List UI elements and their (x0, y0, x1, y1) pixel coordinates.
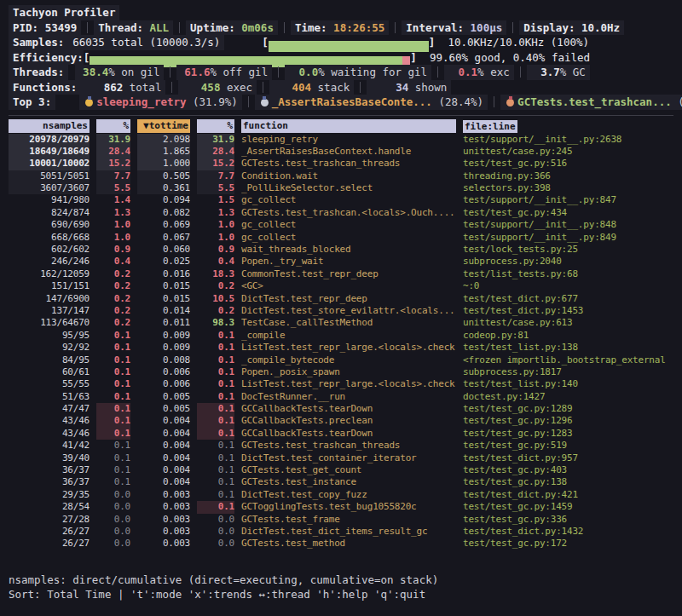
column-header-nsamples[interactable]: nsamples (9, 119, 90, 133)
nsamples-cell: 137/147 (9, 305, 90, 317)
tottime-cell: 0.004 (137, 440, 190, 452)
file-line-cell: test/test_gc.py:1283 (463, 428, 680, 440)
tottime-cell: 0.003 (137, 489, 190, 501)
file-line-cell: subprocess.py:2040 (463, 256, 680, 268)
tottime-cell: 1.000 (137, 158, 190, 170)
nsamples-cell: 147/6900 (9, 293, 90, 305)
file-line-cell: test/support/__init__.py:849 (463, 232, 680, 244)
table-row: 43/460.10.0040.1GCCallbackTests.tearDown… (9, 428, 680, 440)
direct-pct-cell: 0.1 (96, 415, 130, 427)
nsamples-cell: 84/95 (9, 354, 90, 366)
exc-value: 0.1 (448, 65, 477, 80)
function-cell: _PollLikeSelector.select (241, 182, 456, 194)
function-cell: DictTest.test_dict_items_result_gc (241, 526, 456, 538)
functions-exec: 458 exec (178, 80, 257, 95)
direct-pct-cell: 0.1 (96, 354, 130, 366)
exc-text: % exc (477, 66, 510, 78)
tottime-cell: 0.006 (137, 378, 190, 390)
function-cell: GCTests.test_trashcan_threads (241, 158, 456, 170)
nsamples-cell: 20978/20979 (9, 134, 90, 146)
nsamples-cell: 10001/10002 (9, 158, 90, 170)
top-function-pct: (28.4%) (438, 95, 483, 108)
function-cell: GCTests.test_get_count (241, 464, 456, 476)
tottime-cell: 0.094 (137, 194, 190, 206)
file-line-cell: test/test_dict.py:677 (463, 293, 680, 305)
samples-label: Samples: (9, 35, 68, 50)
file-line-cell: test/support/__init__.py:2638 (463, 134, 680, 146)
threads-gc: 3.7% GC (527, 65, 590, 80)
nsamples-cell: 29/35 (9, 489, 90, 501)
tottime-cell: 0.014 (137, 305, 190, 317)
function-cell: ListTest.test_repr_large.<locals>.check (241, 342, 456, 354)
function-cell: sleeping_retry (241, 134, 456, 146)
column-header-cumulative-pct[interactable]: % (197, 119, 234, 133)
direct-pct-cell: 0.0 (96, 526, 130, 538)
direct-pct-cell: 0.0 (96, 501, 130, 513)
function-cell: TestCase._callTestMethod (241, 317, 456, 329)
function-cell: CommonTest.test_repr_deep (241, 268, 456, 280)
threads-on-gil: 38.4% on gil (75, 65, 164, 80)
direct-pct-cell: 5.5 (96, 182, 130, 194)
file-line-cell: test/support/__init__.py:848 (463, 219, 680, 231)
divider (360, 82, 361, 93)
nsamples-cell: 39/40 (9, 452, 90, 464)
direct-pct-cell: 0.1 (96, 403, 130, 415)
column-header-file-line[interactable]: file:line (463, 120, 517, 133)
table-row: 60/610.10.0060.1Popen._posix_spawnsubpro… (9, 366, 680, 378)
divider (171, 82, 172, 93)
direct-pct-cell: 0.4 (96, 256, 130, 268)
tottime-cell: 0.069 (137, 219, 190, 231)
tottime-cell: 0.006 (137, 366, 190, 378)
table-row: 26/270.00.0030.0DictTest.test_dict_items… (9, 526, 680, 538)
table-row: 92/920.10.0090.1ListTest.test_repr_large… (9, 342, 680, 354)
direct-pct-cell: 0.1 (96, 440, 130, 452)
file-line-cell: test/test_gc.py:1296 (463, 415, 680, 427)
table-row: 39/400.10.0040.1DictTest.test_container_… (9, 452, 680, 464)
file-line-cell: doctest.py:1427 (463, 391, 680, 403)
cumulative-pct-cell: 0.1 (197, 354, 234, 366)
column-header-tottime[interactable]: ▼tottime (137, 119, 190, 133)
column-header-function[interactable]: function (241, 119, 456, 133)
top-function-name: sleeping_retry (96, 95, 186, 108)
tottime-cell: 0.005 (137, 403, 190, 415)
tottime-cell: 0.361 (137, 182, 190, 194)
bronze-medal-icon (506, 99, 514, 107)
divider (248, 96, 249, 107)
tottime-cell: 0.008 (137, 354, 190, 366)
table-row: 43/460.10.0040.1GCCallbackTests.preclean… (9, 415, 680, 427)
functions-shown: 34 shown (367, 80, 451, 95)
cumulative-pct-cell: 0.1 (197, 403, 234, 415)
function-cell: _compile_bytecode (241, 354, 456, 366)
file-line-cell: codeop.py:81 (463, 330, 680, 342)
top3-line: Top 3:sleeping_retry (31.9%)_AssertRaise… (9, 95, 682, 110)
tottime-cell: 0.060 (137, 244, 190, 256)
function-cell: wait_threads_blocked (241, 244, 456, 256)
column-header-direct-pct[interactable]: % (96, 119, 130, 133)
nsamples-cell: 27/28 (9, 514, 90, 526)
table-row: 10001/1000215.21.00015.2GCTests.test_tra… (9, 158, 680, 170)
tottime-cell: 0.003 (137, 514, 190, 526)
table-row: 41/420.10.0040.1GCTests.test_trashcan_th… (9, 440, 680, 452)
table-row: 246/2460.40.0250.4Popen._try_waitsubproc… (9, 256, 680, 268)
table-row: 47/470.10.0050.1GCCallbackTests.tearDown… (9, 403, 680, 415)
nsamples-cell: 43/46 (9, 415, 90, 427)
file-line-cell: unittest/case.py:613 (463, 317, 680, 329)
function-cell: Popen._posix_spawn (241, 366, 456, 378)
nsamples-cell: 941/980 (9, 194, 90, 206)
cumulative-pct-cell: 0.1 (197, 415, 234, 427)
tottime-cell: 0.004 (137, 464, 190, 476)
legend-line: nsamples: direct/cumulative (direct=exec… (9, 573, 682, 588)
interval-field: Interval: 100µs (402, 20, 506, 36)
tottime-cell: 0.067 (137, 232, 190, 244)
file-line-cell: test/test_gc.py:1289 (463, 403, 680, 415)
table-row: 3607/36075.50.3615.5_PollLikeSelector.se… (9, 182, 680, 194)
divider (512, 22, 513, 33)
nsamples-cell: 3607/3607 (9, 182, 90, 194)
cumulative-pct-cell: 0.1 (197, 342, 234, 354)
table-row: 27/280.00.0030.0GCTests.test_frametest/t… (9, 514, 680, 526)
nsamples-cell: 43/46 (9, 428, 90, 440)
time-label: Time: (295, 21, 327, 34)
function-cell: _AssertRaisesBaseContext.handle (241, 146, 456, 158)
tottime-cell: 2.098 (137, 134, 190, 146)
tottime-cell: 1.865 (137, 146, 190, 158)
